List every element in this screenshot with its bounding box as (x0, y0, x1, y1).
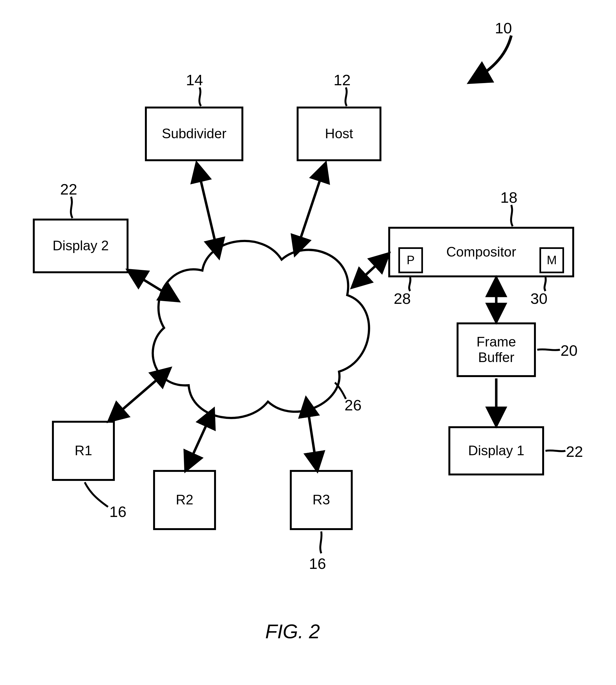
node-framebuffer: Frame Buffer (457, 322, 536, 377)
node-display2: Display 2 (33, 219, 129, 273)
arrow-r3-cloud (306, 399, 317, 470)
r1-label: R1 (75, 443, 92, 459)
node-host: Host (296, 107, 381, 161)
ref-display1: 22 (566, 443, 583, 460)
leader-22b (546, 451, 566, 451)
compositor-m-label: M (547, 253, 557, 267)
leader-30 (544, 277, 546, 291)
node-display1: Display 1 (448, 426, 544, 475)
node-r1: R1 (52, 421, 115, 481)
leader-14 (199, 87, 201, 106)
r2-label: R2 (176, 492, 193, 508)
ref-display2: 22 (60, 180, 77, 198)
display1-label: Display 1 (468, 443, 524, 459)
leader-22a (71, 197, 72, 218)
ref-compositor: 18 (500, 188, 517, 206)
compositor-m: M (540, 247, 564, 273)
ref-subdivider: 14 (186, 71, 203, 89)
compositor-label: Compositor (446, 244, 516, 260)
diagram-stage: 10 Subdivider 14 Host 12 Display 2 22 In… (0, 0, 616, 685)
arrow-subdivider-cloud (197, 164, 219, 257)
arrow-host-cloud (295, 164, 325, 254)
internet-label: Internet (219, 325, 271, 343)
leader-16b (320, 531, 322, 553)
leader-28 (409, 277, 411, 291)
leader-16a (85, 482, 108, 507)
node-compositor: P Compositor M (388, 227, 574, 277)
ref-r3: 16 (309, 555, 326, 572)
ref-r1: 16 (109, 503, 126, 521)
ref-framebuf: 20 (560, 342, 577, 359)
node-r3: R3 (290, 470, 353, 530)
compositor-p-label: P (406, 253, 415, 267)
node-r2: R2 (153, 470, 216, 530)
display2-label: Display 2 (52, 238, 109, 254)
leader-20 (537, 349, 560, 350)
ref-host: 12 (334, 71, 351, 89)
arrow-compositor-cloud (353, 254, 388, 287)
leader-18 (511, 205, 513, 226)
figure-caption: FIG. 2 (265, 620, 320, 643)
ref-overall: 10 (495, 19, 512, 37)
arrow-ref10 (470, 36, 511, 82)
leader-26 (335, 383, 346, 399)
leader-12 (345, 87, 347, 106)
ref-compositor-m: 30 (530, 290, 547, 307)
node-subdivider: Subdivider (145, 107, 243, 161)
subdivider-label: Subdivider (162, 126, 226, 142)
arrow-display2-cloud (129, 271, 178, 301)
framebuf-label: Frame Buffer (477, 334, 516, 366)
arrow-r1-cloud (109, 369, 170, 421)
host-label: Host (325, 126, 353, 142)
ref-compositor-p: 28 (394, 290, 411, 307)
compositor-p: P (398, 247, 423, 273)
r3-label: R3 (312, 492, 330, 508)
ref-internet: 26 (345, 396, 361, 414)
arrow-r2-cloud (186, 410, 213, 470)
